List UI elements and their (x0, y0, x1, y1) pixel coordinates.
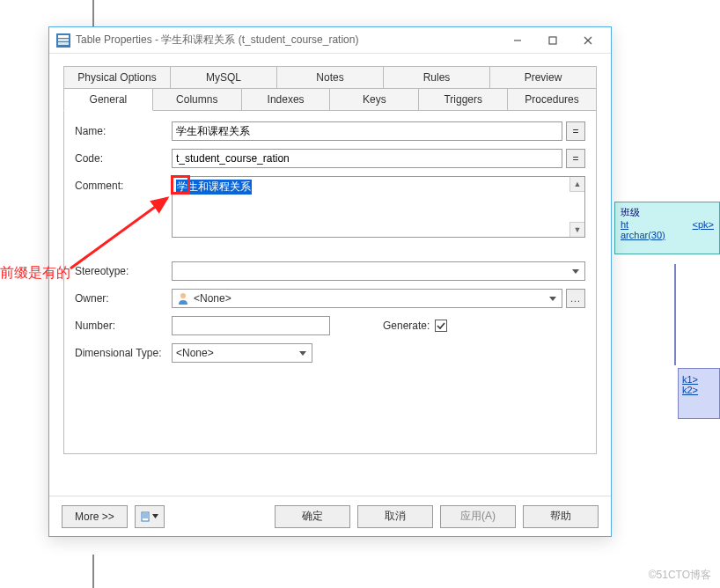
number-label: Number: (75, 320, 172, 332)
bg-entity-col: archar(30) (621, 230, 714, 240)
svg-rect-3 (58, 39, 69, 41)
tab-procedures[interactable]: Procedures (508, 88, 597, 111)
watermark: ©51CTO博客 (649, 568, 711, 583)
owner-label: Owner: (75, 292, 172, 305)
bg-relation-line (674, 264, 676, 365)
ok-button[interactable]: 确定 (275, 505, 350, 528)
tab-general[interactable]: General (63, 88, 153, 111)
chevron-down-icon (152, 514, 158, 518)
button-bar: More >> 确定 取消 应用(A) 帮助 (49, 496, 611, 536)
document-icon (140, 511, 151, 522)
comment-textarea[interactable]: 学生和课程关系 ▲ ▼ (172, 176, 585, 238)
titlebar: Table Properties - 学生和课程关系 (t_student_co… (49, 27, 611, 54)
bg-entity-box: 班级 ht<pk> archar(30) (614, 202, 720, 254)
user-icon (176, 291, 190, 305)
bg-entity-col: k2> (682, 385, 716, 395)
svg-rect-6 (549, 37, 556, 44)
close-button[interactable] (570, 28, 606, 53)
help-button[interactable]: 帮助 (523, 505, 599, 528)
tabs-row-upper: Physical Options MySQL Notes Rules Previ… (63, 66, 597, 89)
dialog-window: Table Properties - 学生和课程关系 (t_student_co… (48, 26, 612, 537)
svg-marker-14 (152, 514, 158, 518)
tab-physical-options[interactable]: Physical Options (63, 66, 171, 89)
owner-select[interactable]: <None> (172, 289, 562, 308)
svg-rect-2 (58, 35, 69, 38)
bg-line (92, 0, 94, 26)
bg-line (92, 555, 94, 588)
scroll-down-icon[interactable]: ▼ (569, 222, 584, 237)
dimtype-label: Dimensional Type: (75, 347, 172, 359)
dialog-content: Physical Options MySQL Notes Rules Previ… (49, 54, 611, 496)
bg-pk-tag: <pk> (693, 219, 714, 230)
cancel-button[interactable]: 取消 (357, 505, 433, 528)
minimize-button[interactable] (500, 28, 535, 53)
tab-indexes[interactable]: Indexes (242, 88, 331, 111)
more-button[interactable]: More >> (62, 505, 128, 528)
tab-preview[interactable]: Preview (490, 66, 597, 89)
stereotype-label: Stereotype: (75, 265, 172, 277)
tab-rules[interactable]: Rules (384, 66, 490, 89)
name-label: Name: (75, 125, 172, 137)
comment-label: Comment: (75, 176, 172, 192)
tab-panel-general: Name: = Code: = Comment: 学生和课程关系 ▲ ▼ Ste… (63, 111, 597, 454)
generate-checkbox[interactable] (435, 320, 447, 332)
tab-notes[interactable]: Notes (277, 66, 384, 89)
maximize-button[interactable] (535, 28, 570, 53)
generate-label: Generate: (383, 320, 430, 332)
tabs-row-lower: General Columns Indexes Keys Triggers Pr… (63, 88, 597, 111)
tab-keys[interactable]: Keys (330, 88, 419, 111)
bg-entity-title: 班级 (621, 206, 714, 219)
svg-rect-4 (58, 42, 69, 45)
owner-browse-button[interactable]: ... (566, 289, 585, 308)
tab-mysql[interactable]: MySQL (171, 66, 277, 89)
tab-triggers[interactable]: Triggers (419, 88, 508, 111)
code-input[interactable] (172, 149, 562, 168)
number-input[interactable] (172, 316, 330, 335)
bg-entity-col: k1> (682, 374, 716, 385)
apply-button[interactable]: 应用(A) (440, 505, 516, 528)
code-sync-button[interactable]: = (566, 149, 585, 168)
code-label: Code: (75, 152, 172, 165)
stereotype-select[interactable] (172, 261, 585, 281)
bg-entity-box: k1> k2> (678, 368, 720, 419)
table-icon (56, 33, 70, 48)
dimtype-value: <None> (176, 347, 214, 359)
tab-columns[interactable]: Columns (153, 88, 242, 111)
name-input[interactable] (172, 121, 562, 141)
svg-point-9 (180, 293, 186, 298)
owner-value: <None> (194, 292, 231, 305)
dimtype-select[interactable]: <None> (172, 343, 312, 363)
options-dropdown-button[interactable] (135, 505, 165, 528)
window-title: Table Properties - 学生和课程关系 (t_student_co… (76, 33, 500, 48)
name-sync-button[interactable]: = (566, 121, 585, 141)
scroll-up-icon[interactable]: ▲ (569, 177, 584, 192)
comment-selected-text: 学生和课程关系 (176, 180, 252, 195)
bg-entity-col: ht (621, 219, 628, 230)
